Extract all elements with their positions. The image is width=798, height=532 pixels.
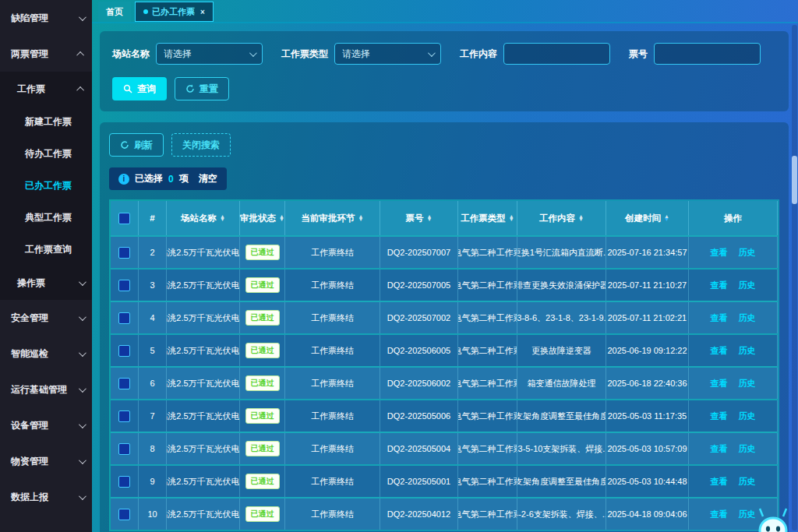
assistant-robot-button[interactable] [754,507,792,532]
sidebar-item-9[interactable]: 安全管理 [0,300,92,336]
ticket-no-cell: DQ2-202507005 [380,270,458,301]
column-header-1[interactable]: 场站名称▲▼ [167,201,240,235]
sidebar: 缺陷管理两票管理工作票新建工作票待办工作票已办工作票典型工作票工作票查询操作票安… [0,0,92,532]
tab-1[interactable]: 已办工作票× [135,2,214,22]
row-checkbox-cell [111,433,139,464]
view-link[interactable]: 查看 [711,280,728,291]
created-time-cell: 2025-07-11 21:02:21 [606,302,689,333]
select-1[interactable]: 请选择 [334,43,441,65]
select-all-checkbox[interactable] [118,213,130,224]
clear-selection-button[interactable]: 清空 [199,172,217,185]
sidebar-item-11[interactable]: 运行基础管理 [0,372,92,407]
sort-icon: ▲▼ [509,215,514,222]
view-link[interactable]: 查看 [711,345,728,357]
column-header-5[interactable]: 工作票类型▲▼ [458,201,517,235]
ticket-no-cell: DQ2-202505004 [380,433,458,464]
close-tab-icon[interactable]: × [200,8,205,16]
history-link[interactable]: 历史 [739,443,756,455]
row-checkbox[interactable] [118,509,130,520]
sidebar-item-14[interactable]: 数据上报 [0,479,92,515]
history-link[interactable]: 历史 [739,378,756,389]
search-field-3: 票号 [629,43,761,65]
row-checkbox-cell [111,499,139,530]
view-link[interactable]: 查看 [711,509,728,520]
history-link[interactable]: 历史 [739,345,756,357]
close-search-button[interactable]: 关闭搜索 [171,133,231,157]
row-checkbox[interactable] [118,247,130,259]
row-checkbox[interactable] [118,378,130,389]
vertical-scrollbar-thumb[interactable] [792,156,797,204]
refresh-button[interactable]: 刷新 [109,133,164,157]
text-input-3[interactable] [654,43,761,65]
history-link[interactable]: 历史 [739,280,756,291]
selection-suffix: 项 [179,172,189,185]
actions-cell: 查看历史 [689,466,778,497]
tab-0[interactable]: 首页 [98,2,131,22]
row-checkbox[interactable] [118,280,130,291]
chevron-up-icon [76,51,84,58]
sidebar-item-6[interactable]: 典型工作票 [0,202,92,234]
column-header-2[interactable]: 审批状态▲▼ [240,201,285,235]
station-cell: 临洮2.5万千瓦光伏电... [167,433,240,464]
sidebar-item-4[interactable]: 待办工作票 [0,138,92,170]
column-header-7[interactable]: 创建时间▲▼ [606,201,689,235]
actions-cell: 查看历史 [689,237,778,268]
view-link[interactable]: 查看 [711,247,728,259]
history-link[interactable]: 历史 [739,476,756,488]
sidebar-item-1[interactable]: 两票管理 [0,36,92,72]
sort-icon: ▲▼ [220,215,225,222]
sort-icon: ▲▼ [427,215,433,222]
history-link[interactable]: 历史 [739,509,756,520]
sidebar-item-8[interactable]: 操作票 [0,266,92,300]
column-header-label: 场站名称 [181,213,217,224]
reset-button[interactable]: 重置 [175,77,229,100]
select-0[interactable]: 请选择 [156,43,263,65]
column-header-label: 操作 [724,213,742,224]
ticket-type-cell: 电气第二种工作票 [458,368,517,399]
column-header-4[interactable]: 票号▲▼ [380,201,458,235]
row-checkbox[interactable] [118,410,130,422]
vertical-scrollbar[interactable] [792,25,797,530]
view-link[interactable]: 查看 [711,312,728,324]
view-link[interactable]: 查看 [711,410,728,422]
header-checkbox-cell [111,201,139,235]
view-link[interactable]: 查看 [711,378,728,389]
sidebar-item-7[interactable]: 工作票查询 [0,234,92,266]
sidebar-item-13[interactable]: 物资管理 [0,443,92,479]
sidebar-item-0[interactable]: 缺陷管理 [0,0,92,36]
search-field-0: 场站名称请选择 [112,43,263,65]
station-cell: 临洮2.5万千瓦光伏电... [167,466,240,497]
status-cell: 已通过 [240,466,285,497]
view-link[interactable]: 查看 [711,476,728,488]
sidebar-item-label: 两票管理 [11,48,48,61]
text-input-2[interactable] [503,43,610,65]
sidebar-item-12[interactable]: 设备管理 [0,407,92,443]
column-header-8: 操作 [689,201,778,235]
history-link[interactable]: 历史 [739,410,756,422]
sidebar-item-5[interactable]: 已办工作票 [0,170,92,202]
row-index-cell: 8 [139,433,167,464]
column-header-6[interactable]: 工作内容▲▼ [517,201,606,235]
query-button[interactable]: 查询 [112,77,167,100]
history-link[interactable]: 历史 [739,312,756,324]
approval-step-cell: 工作票终结 [285,335,380,366]
row-checkbox[interactable] [118,443,130,455]
sidebar-item-2[interactable]: 工作票 [0,72,92,106]
row-checkbox[interactable] [118,312,130,324]
sidebar-item-10[interactable]: 智能巡检 [0,336,92,372]
row-index-cell: 6 [139,368,167,399]
column-header-3[interactable]: 当前审批环节▲▼ [285,201,380,235]
table-header-row: #场站名称▲▼审批状态▲▼当前审批环节▲▼票号▲▼工作票类型▲▼工作内容▲▼创建… [111,201,778,235]
sidebar-item-label: 设备管理 [11,419,48,432]
sidebar-item-3[interactable]: 新建工作票 [0,106,92,138]
history-link[interactable]: 历史 [739,247,756,259]
column-header-0: # [139,201,167,235]
work-content-cell: 23-8-6、23-1-8、23-1-9... [517,302,606,333]
sidebar-item-label: 数据上报 [11,491,48,504]
sidebar-item-label: 已办工作票 [25,179,72,192]
column-header-label: 工作票类型 [461,213,506,224]
row-checkbox[interactable] [118,476,130,488]
view-link[interactable]: 查看 [711,443,728,455]
row-checkbox[interactable] [118,345,130,357]
content-area: 首页已办工作票× 场站名称请选择工作票类型请选择工作内容票号 查询 重置 [92,0,798,532]
